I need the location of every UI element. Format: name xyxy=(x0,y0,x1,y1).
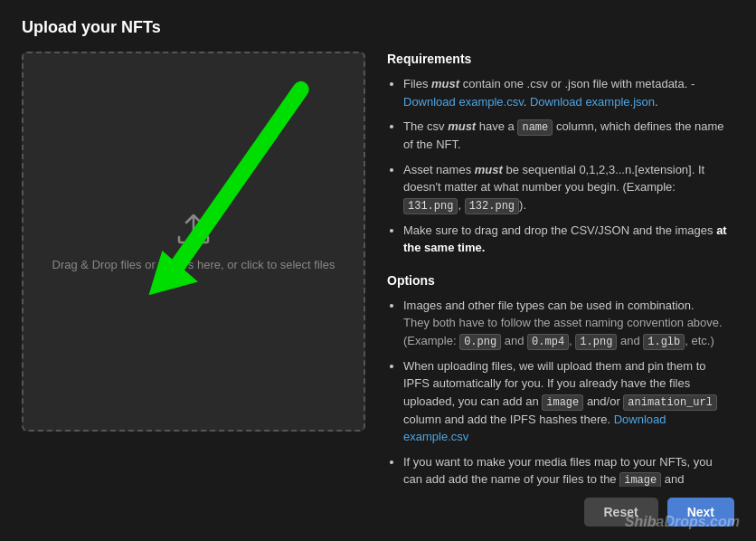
download-csv-link[interactable]: Download example.csv xyxy=(403,95,524,109)
page-title: Upload your NFTs xyxy=(22,18,734,37)
list-item: Asset names must be sequential 0,1,2,3..… xyxy=(403,161,731,214)
code-image2: image xyxy=(619,472,661,487)
code-image: image xyxy=(542,394,583,411)
dropzone[interactable]: Drag & Drop files or folders here, or cl… xyxy=(22,52,365,432)
instructions-panel: Requirements Files must contain one .csv… xyxy=(387,52,734,487)
list-item: Files must contain one .csv or .json fil… xyxy=(403,75,731,110)
list-item: If you want to make your media files map… xyxy=(403,453,731,488)
code-1glb: 1.glb xyxy=(643,334,685,350)
download-json-link[interactable]: Download example.json xyxy=(530,95,655,109)
dropzone-text: Drag & Drop files or folders here, or cl… xyxy=(52,258,335,271)
requirements-title: Requirements xyxy=(387,52,731,66)
watermark: ShibaDrops.com xyxy=(625,514,740,530)
code-0mp4: 0.mp4 xyxy=(527,334,569,350)
requirements-list: Files must contain one .csv or .json fil… xyxy=(387,75,731,257)
name-code: name xyxy=(517,119,553,136)
list-item: When uploading files, we will upload the… xyxy=(403,357,731,446)
download-csv-link2[interactable]: Download example.csv xyxy=(403,413,666,444)
code-0png: 0.png xyxy=(459,334,501,350)
list-item: The csv must have a name column, which d… xyxy=(403,118,731,154)
upload-panel: Drag & Drop files or folders here, or cl… xyxy=(22,52,365,487)
code-1png: 1.png xyxy=(575,334,617,350)
list-item: Make sure to drag and drop the CSV/JSON … xyxy=(403,222,731,257)
code-132: 132.png xyxy=(465,198,519,214)
options-title: Options xyxy=(387,273,731,288)
list-item: Images and other file types can be used … xyxy=(403,297,731,350)
option-subtext: They both have to follow the asset namin… xyxy=(403,316,723,347)
code-animation-url: animation_url xyxy=(623,394,717,411)
code-131: 131.png xyxy=(403,198,458,214)
options-list: Images and other file types can be used … xyxy=(387,297,731,488)
upload-icon xyxy=(175,212,212,247)
